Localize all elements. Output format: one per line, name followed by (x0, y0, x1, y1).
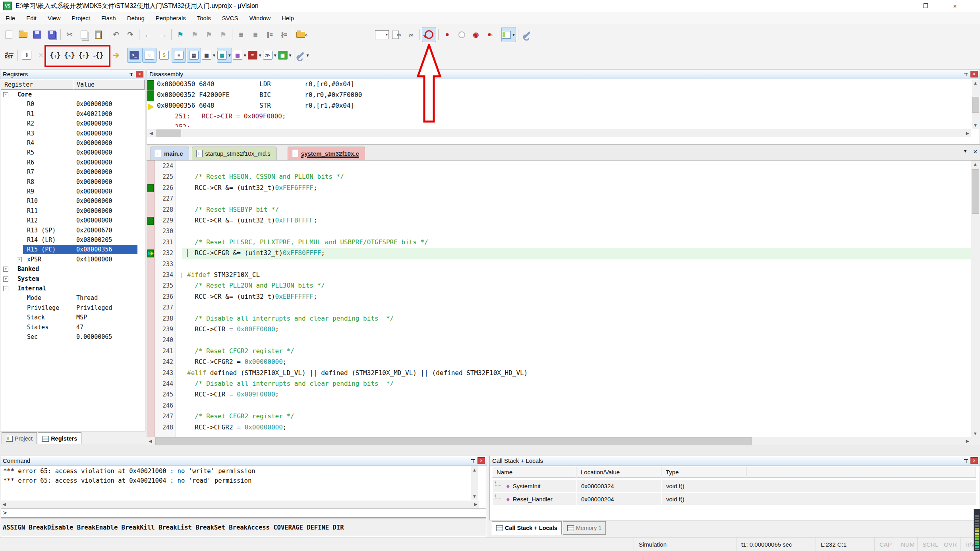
stop-button[interactable]: ✕ (34, 48, 48, 62)
disassembly-line[interactable]: 0x08000352 F42000FEBICr0,r0,#0x7F0000 (147, 91, 971, 102)
register-row[interactable]: R15 (PC)0x08000356 (1, 245, 145, 254)
menu-window[interactable]: Window (244, 12, 276, 24)
collapse-icon[interactable]: - (3, 92, 8, 97)
reset-cpu-button[interactable]: ◄—RST (2, 48, 15, 62)
pin-icon[interactable] (471, 458, 476, 463)
pin-icon[interactable] (964, 458, 968, 463)
callstack-column-header[interactable]: Location/Value (576, 466, 661, 478)
disassembly-vscrollbar[interactable]: ▲ ▼ (972, 79, 979, 129)
code-line[interactable]: 224 (147, 161, 971, 172)
disassembly-line[interactable]: 251: RCC->CIR = 0x009F0000; (147, 112, 971, 123)
bookmark-clear-all-button[interactable]: ⚑ (216, 27, 230, 42)
kill-all-breakpoints-button[interactable]: ●× (483, 27, 497, 42)
register-column-header[interactable]: Register (1, 79, 73, 90)
find-in-files-doc-button[interactable]: ∞ (390, 27, 403, 42)
register-row[interactable]: States47 (1, 323, 145, 332)
command-hscrollbar[interactable]: ◀ ▶ (1, 501, 479, 508)
save-file-button[interactable] (31, 27, 44, 42)
register-row[interactable]: R60x00000000 (1, 158, 145, 167)
code-line[interactable]: 225 /* Reset HSEON, CSSON and PLLON bits… (147, 172, 971, 183)
window-layout-button[interactable]: ▼ (501, 27, 516, 42)
editor-vscrollbar[interactable]: ▲ ▼ (971, 160, 979, 437)
workspace-tab-registers[interactable]: Registers (38, 432, 81, 445)
pin-icon[interactable] (964, 72, 968, 77)
scroll-up-icon[interactable]: ▲ (971, 160, 979, 168)
code-line[interactable]: 237 (147, 303, 971, 313)
scrollbar-thumb[interactable] (155, 437, 752, 445)
collapse-icon[interactable]: - (3, 286, 8, 291)
register-row[interactable]: R70x00000000 (1, 167, 145, 177)
code-line[interactable]: 228 /* Reset HSEBYP bit */ (147, 205, 971, 216)
comment-selection-button[interactable]: ∥≡ (263, 27, 276, 42)
register-row[interactable]: R14 (LR)0x08000205 (1, 235, 145, 245)
watch-window-button[interactable]: ▦▼ (202, 48, 216, 62)
command-window-button[interactable]: >_ (127, 48, 141, 63)
disassembly-line[interactable]: 252: (147, 123, 971, 127)
menu-help[interactable]: Help (276, 12, 300, 24)
workspace-tab-project[interactable]: Project (2, 432, 37, 445)
logic-analyzer-button[interactable]: ≈▼ (248, 48, 262, 62)
scrollbar-thumb[interactable] (156, 130, 181, 137)
bookmark-toggle-button[interactable]: ⚑ (174, 27, 187, 42)
disassembly-line[interactable]: 0x08000350 6840LDRr0,[r0,#0x04] (147, 80, 971, 91)
register-row[interactable]: R90x00000000 (1, 187, 145, 196)
register-row[interactable]: StackMSP (1, 313, 145, 322)
code-line[interactable]: 229 RCC->CR &= (uint32_t)0xFFFBFFFF; (147, 216, 971, 226)
close-panel-icon[interactable]: × (477, 457, 485, 464)
register-row[interactable]: -Core (1, 90, 145, 99)
navigate-forward-button[interactable]: → (156, 27, 169, 42)
cut-button[interactable]: ✂ (63, 27, 76, 42)
callstack-column-header[interactable]: Type (661, 466, 746, 478)
code-line[interactable]: 233 (147, 259, 971, 270)
code-line[interactable]: 231 /* Reset PLLSRC, PLLXTPRE, PLLMUL an… (147, 238, 971, 248)
uncomment-selection-button[interactable]: ∦≡ (277, 27, 291, 42)
bottom-tab-call-stack-locals[interactable]: Call Stack + Locals (492, 521, 562, 535)
call-stack-window-button[interactable]: ▤ (187, 48, 201, 63)
code-line[interactable]: 242 RCC->CFGR2 = 0x00000000; (147, 357, 971, 368)
code-line[interactable]: 234-#ifdef STM32F10X_CL (147, 270, 971, 281)
scroll-left-icon[interactable]: ◀ (147, 129, 155, 137)
register-row[interactable]: R20x00000000 (1, 119, 145, 128)
close-button[interactable]: × (944, 0, 966, 12)
bookmark-previous-button[interactable]: ⚑ (188, 27, 201, 42)
serial-window-button[interactable]: ▥▼ (233, 48, 247, 62)
indent-left-button[interactable]: ≣ (249, 27, 262, 42)
code-line[interactable]: 236 RCC->CR &= (uint32_t)0xEBFFFFFF; (147, 292, 971, 303)
find-in-files-button[interactable]: ∞ (295, 27, 309, 42)
system-viewer-button[interactable]: ▣▼ (278, 48, 292, 62)
scroll-left-icon[interactable]: ◀ (147, 437, 154, 445)
open-file-button[interactable] (16, 27, 30, 42)
new-file-button[interactable] (2, 27, 15, 42)
start-stop-debug-button[interactable] (422, 27, 436, 42)
menu-project[interactable]: Project (66, 12, 96, 24)
incremental-find-button[interactable]: ↓∞ (404, 27, 418, 42)
menu-tools[interactable]: Tools (191, 12, 216, 24)
register-row[interactable]: R00x00000000 (1, 99, 145, 109)
code-line[interactable]: 246 (147, 401, 971, 412)
pin-icon[interactable] (129, 72, 134, 77)
symbol-window-button[interactable]: S (157, 48, 171, 62)
close-document-icon[interactable]: ✕ (973, 149, 978, 155)
command-output[interactable]: *** error 65: access violation at 0x4002… (1, 466, 470, 500)
editor-tab-system_stm32f10x.c[interactable]: system_stm32f10x.c (288, 147, 365, 160)
restore-button[interactable]: ❐ (914, 0, 937, 12)
step-into-button[interactable]: {↓} (48, 48, 62, 62)
value-column-header[interactable]: Value (73, 79, 145, 90)
register-row[interactable]: Sec0.00000065 (1, 332, 145, 342)
indent-right-button[interactable]: ≣ (234, 27, 248, 42)
menu-debug[interactable]: Debug (122, 12, 150, 24)
tab-list-dropdown-icon[interactable]: ▼ (963, 149, 967, 155)
registers-window-button[interactable]: ≡ (172, 48, 186, 63)
code-line[interactable]: 247 /* Reset CFGR2 register */ (147, 412, 971, 422)
trace-window-button[interactable]: ≫▼ (263, 48, 277, 62)
code-line[interactable]: 227 (147, 194, 971, 205)
register-row[interactable]: R40x00000000 (1, 138, 145, 148)
show-current-statement-button[interactable]: ➔ (109, 48, 123, 62)
run-to-cursor-button[interactable]: →{} (91, 48, 105, 62)
code-editor[interactable]: 224225 /* Reset HSEON, CSSON and PLLON b… (147, 160, 971, 437)
register-row[interactable]: R110x00000000 (1, 206, 145, 216)
menu-view[interactable]: View (42, 12, 66, 24)
scroll-up-icon[interactable]: ▲ (972, 79, 979, 87)
callstack-row[interactable]: ♦SystemInit0x08000324void f() (492, 480, 976, 492)
scrollbar-thumb[interactable] (972, 97, 979, 113)
